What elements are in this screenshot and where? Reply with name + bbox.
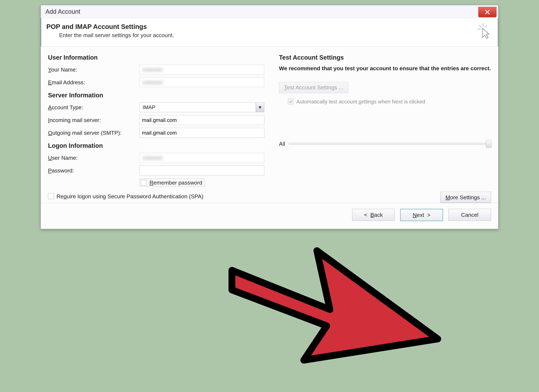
right-column: Test Account Settings We recommend that … [279,54,491,200]
server-info-title: Server Information [48,92,264,99]
require-spa-checkbox[interactable]: Require logon using Secure Password Auth… [48,193,211,200]
slider-track[interactable] [289,143,491,145]
slider-end-label: All [279,141,285,147]
username-label: User Name: [48,155,140,161]
remember-password-label: Remember password [149,179,202,186]
cursor-icon [476,23,490,40]
logon-info-title: Logon Information [48,142,264,149]
incoming-server-field[interactable] [140,115,264,125]
banner-heading: POP and IMAP Account Settings [46,23,174,30]
outgoing-server-label: Outgoing mail server (SMTP): [48,130,140,136]
require-spa-label: Require logon using Secure Password Auth… [57,193,203,200]
test-settings-blurb: We recommend that you test your account … [279,65,491,72]
checkbox-icon [288,99,294,105]
test-settings-title: Test Account Settings [279,54,491,61]
checkbox-icon [48,193,54,199]
slider-thumb[interactable] [486,140,491,148]
your-name-label: Your Name: [48,67,140,73]
close-button[interactable] [478,7,496,17]
email-field[interactable] [140,77,264,87]
dialog-body: User Information Your Name: Email Addres… [41,47,498,203]
left-column: User Information Your Name: Email Addres… [48,54,264,200]
cancel-label: Cancel [461,212,478,218]
next-button[interactable]: Next > [400,209,443,221]
test-account-settings-button[interactable]: Test Account Settings ... [279,82,348,93]
account-type-label: Account Type: [48,104,140,111]
close-icon [485,9,490,15]
incoming-server-label: Incoming mail server: [48,117,140,123]
annotation-arrow-icon [212,218,448,368]
outgoing-server-field[interactable] [140,128,264,138]
svg-line-1 [479,25,481,27]
titlebar: Add Account [41,5,498,18]
more-settings-button[interactable]: More Settings ... [440,192,491,203]
cancel-button[interactable]: Cancel [448,209,491,221]
password-field[interactable] [140,166,264,175]
banner-subtitle: Enter the mail server settings for your … [59,32,174,38]
svg-line-2 [485,25,486,27]
email-label: Email Address: [48,79,140,86]
your-name-field[interactable] [140,65,264,74]
wizard-footer: < Back Next > Cancel [41,203,498,229]
window-title: Add Account [45,8,80,15]
auto-test-label: Automatically test account settings when… [296,99,425,105]
remember-password-checkbox[interactable]: Remember password [140,179,205,187]
account-type-value: IMAP [142,104,155,110]
password-label: Password: [48,167,140,174]
chevron-down-icon: ▼ [256,102,264,112]
dialog-banner: POP and IMAP Account Settings Enter the … [41,18,498,47]
account-type-dropdown[interactable]: IMAP ▼ [140,102,264,112]
add-account-window: Add Account POP and IMAP Account Setting… [40,5,499,229]
checkbox-icon [141,180,147,186]
user-info-title: User Information [48,54,264,61]
username-field[interactable] [140,153,264,163]
auto-test-checkbox[interactable]: Automatically test account settings when… [288,99,464,105]
mail-offline-slider[interactable]: All [279,141,491,147]
back-button[interactable]: < Back [352,209,395,221]
